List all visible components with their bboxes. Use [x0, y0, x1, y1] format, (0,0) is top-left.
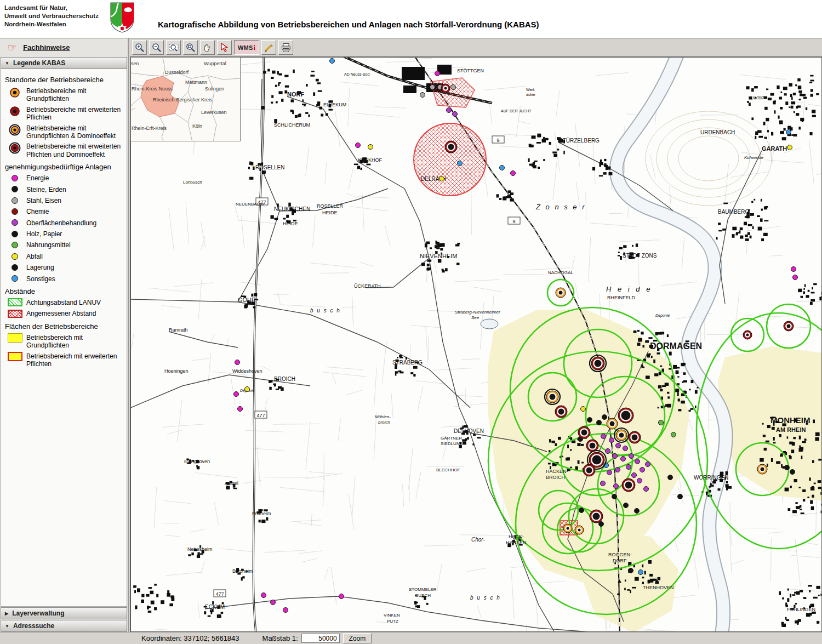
- facility-dot-lagerung[interactable]: [635, 509, 640, 514]
- facility-dot-energie[interactable]: [234, 392, 239, 397]
- facility-dot-abfall[interactable]: [581, 407, 586, 412]
- facility-dot-oberflaeche[interactable]: [637, 478, 642, 483]
- pan-button[interactable]: [200, 40, 215, 55]
- facility-dot-lagerung[interactable]: [597, 420, 602, 425]
- fachhinweise-label[interactable]: Fachhinweise: [23, 43, 70, 52]
- facility-dot-steine[interactable]: [785, 465, 790, 470]
- facility-dot-oberflaeche[interactable]: [613, 454, 618, 459]
- facility-dot-oberflaeche[interactable]: [606, 449, 610, 454]
- facility-dot-sonstiges[interactable]: [786, 130, 791, 135]
- facility-dot-oberflaeche[interactable]: [621, 457, 626, 461]
- site-marker-erw[interactable]: [622, 478, 635, 492]
- facility-dot-sonstiges[interactable]: [500, 166, 505, 170]
- site-marker-erw[interactable]: [555, 406, 567, 418]
- facility-dot-stahl[interactable]: [451, 85, 456, 90]
- facility-dot-sonstiges[interactable]: [638, 570, 643, 575]
- overview-map[interactable]: ViersenDüsseldorfWuppertalMettmannRhein-…: [130, 57, 241, 141]
- site-marker-erw[interactable]: [441, 84, 450, 93]
- site-marker-grund[interactable]: [607, 418, 618, 429]
- facility-dot-lagerung[interactable]: [629, 568, 633, 573]
- zoom-out-button[interactable]: [149, 40, 164, 55]
- site-marker-grund[interactable]: [556, 288, 566, 298]
- wms-info-button[interactable]: WMSi: [234, 40, 259, 55]
- facility-dot-lagerung[interactable]: [602, 415, 607, 420]
- site-marker-grund-domino[interactable]: [545, 389, 560, 404]
- site-marker-erw[interactable]: [578, 426, 590, 438]
- facility-dot-oberflaeche[interactable]: [629, 454, 634, 459]
- facility-dot-energie[interactable]: [339, 594, 344, 599]
- facility-dot-abfall[interactable]: [245, 387, 250, 392]
- facility-dot-energie[interactable]: [283, 608, 288, 613]
- site-marker-erw[interactable]: [586, 440, 598, 452]
- zoom-button[interactable]: Zoom: [343, 633, 372, 643]
- facility-dot-oberflaeche[interactable]: [635, 459, 640, 464]
- fachhinweise-link[interactable]: ☞ Fachhinweise: [0, 38, 128, 56]
- facility-dot-sonstiges[interactable]: [330, 59, 335, 64]
- scale-input[interactable]: [301, 634, 340, 643]
- site-marker-grund[interactable]: [575, 526, 584, 534]
- site-marker-erw[interactable]: [629, 431, 641, 443]
- facility-dot-oberflaeche[interactable]: [626, 465, 631, 470]
- site-marker-erw[interactable]: [743, 330, 752, 339]
- facility-dot-energie[interactable]: [238, 407, 243, 412]
- zoom-in-button[interactable]: [132, 40, 147, 55]
- zoom-box-button[interactable]: [183, 40, 198, 55]
- site-marker-erw[interactable]: [618, 408, 633, 423]
- site-marker-erw[interactable]: [590, 510, 603, 523]
- facility-dot-oberflaeche[interactable]: [601, 481, 606, 486]
- facility-dot-oberflaeche[interactable]: [616, 443, 621, 448]
- facility-dot-energie[interactable]: [791, 267, 796, 272]
- identify-button[interactable]: [217, 40, 232, 55]
- facility-dot-oberflaeche[interactable]: [640, 468, 645, 472]
- site-marker-grund[interactable]: [757, 464, 767, 474]
- site-marker-erw[interactable]: [445, 141, 457, 153]
- facility-dot-oberflaeche[interactable]: [607, 470, 612, 475]
- legend-panel-header[interactable]: ▼ Legende KABAS: [1, 57, 127, 69]
- facility-dot-energie[interactable]: [261, 593, 266, 598]
- facility-dot-abfall[interactable]: [368, 145, 373, 150]
- layerverwaltung-panel-header[interactable]: ▶ Layerverwaltung: [1, 607, 127, 619]
- facility-dot-oberflaeche[interactable]: [447, 108, 452, 113]
- facility-dot-lagerung[interactable]: [668, 475, 673, 480]
- facility-dot-oberflaeche[interactable]: [632, 473, 637, 478]
- facility-dot-energie[interactable]: [793, 275, 798, 280]
- map-canvas[interactable]: 47747747799STÖTTGENNORFELVEKUMSCHLICHERU…: [130, 57, 822, 632]
- facility-dot-oberflaeche[interactable]: [609, 438, 614, 443]
- facility-dot-energie[interactable]: [511, 171, 516, 176]
- facility-dot-oberflaeche[interactable]: [601, 434, 606, 439]
- facility-dot-abfall[interactable]: [439, 176, 444, 181]
- site-marker-erw[interactable]: [583, 464, 595, 476]
- facility-dot-stahl[interactable]: [430, 85, 435, 90]
- site-marker-grund[interactable]: [563, 524, 572, 533]
- zoom-full-extent-button[interactable]: [166, 40, 181, 55]
- facility-dot-lagerung[interactable]: [624, 503, 629, 508]
- facility-dot-lagerung[interactable]: [587, 418, 592, 423]
- facility-dot-lagerung[interactable]: [579, 508, 584, 513]
- facility-dot-sonstiges[interactable]: [458, 161, 463, 166]
- facility-dot-oberflaeche[interactable]: [614, 484, 619, 489]
- facility-dot-energie[interactable]: [435, 71, 440, 76]
- facility-dot-energie[interactable]: [271, 600, 276, 605]
- facility-dot-energie[interactable]: [356, 143, 361, 148]
- adresssuche-panel-header[interactable]: ▼ Adresssuche: [1, 620, 127, 632]
- facility-dot-oberflaeche[interactable]: [615, 468, 620, 472]
- site-marker-erw[interactable]: [784, 321, 794, 331]
- facility-dot-stahl[interactable]: [420, 93, 425, 98]
- facility-dot-abfall[interactable]: [787, 145, 792, 150]
- facility-dot-nahrung[interactable]: [671, 432, 676, 437]
- layerverwaltung-panel-title: Layerverwaltung: [12, 609, 64, 617]
- facility-dot-oberflaeche[interactable]: [644, 487, 649, 492]
- facility-dot-nahrung[interactable]: [659, 420, 664, 425]
- facility-dot-lagerung[interactable]: [612, 494, 617, 499]
- facility-dot-steine[interactable]: [790, 470, 795, 475]
- map-container[interactable]: 47747747799STÖTTGENNORFELVEKUMSCHLICHERU…: [130, 56, 822, 632]
- site-marker-erw-domino[interactable]: [590, 355, 606, 372]
- print-button[interactable]: [278, 40, 293, 55]
- site-marker-grund-domino[interactable]: [614, 428, 629, 442]
- facility-dot-oberflaeche[interactable]: [646, 462, 650, 467]
- facility-dot-lagerung[interactable]: [678, 494, 683, 499]
- facility-dot-oberflaeche[interactable]: [623, 446, 628, 451]
- facility-dot-oberflaeche[interactable]: [453, 112, 458, 117]
- facility-dot-energie[interactable]: [235, 360, 240, 365]
- measure-button[interactable]: [261, 40, 276, 55]
